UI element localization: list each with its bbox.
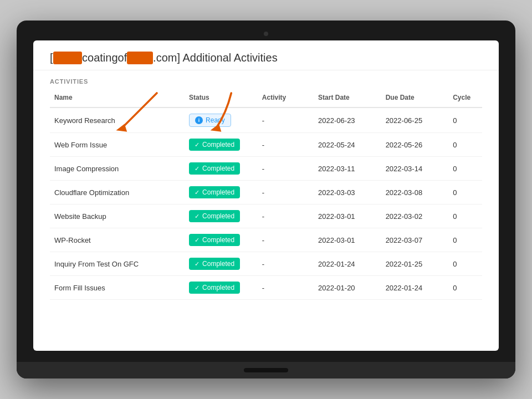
title-redacted-1: [53, 52, 82, 64]
page-title: [ coatingof .com] Additional Activities: [50, 52, 482, 64]
col-header-status: Status: [185, 88, 258, 108]
cell-status: iReady: [185, 108, 258, 133]
cell-duedate: 2022-06-25: [381, 108, 449, 133]
col-header-activity: Activity: [258, 88, 314, 108]
cell-name: Form Fill Issues: [50, 276, 185, 300]
table-row: WP-Rocket✓Completed-2022-03-012022-03-07…: [50, 228, 482, 252]
cell-duedate: 2022-05-26: [381, 133, 449, 157]
cell-cycle: 0: [448, 157, 482, 181]
cell-duedate: 2022-03-02: [381, 204, 449, 228]
col-header-name: Name: [50, 88, 185, 108]
badge-label: Completed: [202, 165, 234, 172]
cell-status: ✓Completed: [185, 157, 258, 181]
badge-label: Ready: [206, 116, 225, 124]
cell-startdate: 2022-03-11: [314, 157, 381, 181]
table-header: Name Status Activity Start Date Due Date…: [50, 88, 482, 108]
check-icon: ✓: [195, 260, 200, 268]
activities-section-label: ACTIVITIES: [33, 70, 499, 88]
cell-activity: -: [258, 133, 314, 157]
cell-status: ✓Completed: [185, 181, 258, 204]
cell-status: ✓Completed: [185, 204, 258, 228]
cell-cycle: 0: [448, 228, 482, 252]
cell-startdate: 2022-03-01: [314, 228, 381, 252]
cell-status: ✓Completed: [185, 276, 258, 300]
cell-duedate: 2022-03-07: [381, 228, 449, 252]
title-domain: coatingof: [82, 52, 127, 64]
badge-label: Completed: [202, 212, 234, 220]
cell-startdate: 2022-06-23: [314, 108, 381, 133]
cell-activity: -: [258, 181, 314, 204]
status-badge-completed: ✓Completed: [189, 186, 240, 198]
check-icon: ✓: [195, 165, 200, 172]
status-badge-completed: ✓Completed: [189, 210, 240, 222]
title-bracket-open: [: [50, 52, 53, 64]
cell-activity: -: [258, 108, 314, 133]
cell-name: WP-Rocket: [50, 228, 185, 252]
status-badge-completed: ✓Completed: [189, 234, 240, 246]
cell-activity: -: [258, 204, 314, 228]
cell-duedate: 2022-01-24: [381, 276, 449, 300]
cell-name: Keyword Research: [50, 108, 185, 133]
activities-table-container: Name Status Activity Start Date Due Date…: [33, 88, 499, 316]
table-row: Keyword ResearchiReady-2022-06-232022-06…: [50, 108, 482, 133]
check-icon: ✓: [195, 237, 200, 244]
title-suffix: .com] Additional Activities: [153, 52, 278, 64]
laptop-camera: [264, 32, 268, 36]
cell-name: Web Form Issue: [50, 133, 185, 157]
table-row: Inquiry From Test On GFC✓Completed-2022-…: [50, 252, 482, 276]
cell-startdate: 2022-01-20: [314, 276, 381, 300]
col-header-startdate: Start Date: [314, 88, 381, 108]
cell-activity: -: [258, 157, 314, 181]
status-badge-completed: ✓Completed: [189, 282, 240, 294]
table-row: Web Form Issue✓Completed-2022-05-242022-…: [50, 133, 482, 157]
cell-cycle: 0: [448, 204, 482, 228]
info-icon: i: [195, 116, 203, 124]
laptop-frame: [ coatingof .com] Additional Activities …: [17, 21, 515, 378]
cell-status: ✓Completed: [185, 228, 258, 252]
status-badge-ready: iReady: [189, 114, 231, 127]
activities-table: Name Status Activity Start Date Due Date…: [50, 88, 482, 300]
table-body: Keyword ResearchiReady-2022-06-232022-06…: [50, 108, 482, 300]
badge-label: Completed: [202, 284, 234, 291]
laptop-screen: [ coatingof .com] Additional Activities …: [33, 40, 499, 351]
badge-label: Completed: [202, 141, 234, 149]
badge-label: Completed: [202, 188, 234, 196]
status-badge-completed: ✓Completed: [189, 162, 240, 175]
check-icon: ✓: [195, 213, 200, 220]
cell-activity: -: [258, 228, 314, 252]
status-badge-completed: ✓Completed: [189, 258, 240, 270]
laptop-base: [17, 362, 515, 378]
cell-startdate: 2022-03-03: [314, 181, 381, 204]
cell-startdate: 2022-05-24: [314, 133, 381, 157]
cell-activity: -: [258, 252, 314, 276]
col-header-cycle: Cycle: [448, 88, 482, 108]
cell-duedate: 2022-01-25: [381, 252, 449, 276]
cell-status: ✓Completed: [185, 133, 258, 157]
cell-startdate: 2022-03-01: [314, 204, 381, 228]
table-row: Cloudflare Optimization✓Completed-2022-0…: [50, 181, 482, 204]
title-redacted-2: [127, 52, 153, 64]
badge-label: Completed: [202, 260, 234, 268]
cell-duedate: 2022-03-08: [381, 181, 449, 204]
status-badge-completed: ✓Completed: [189, 139, 240, 151]
col-header-duedate: Due Date: [381, 88, 449, 108]
cell-status: ✓Completed: [185, 252, 258, 276]
cell-duedate: 2022-03-14: [381, 157, 449, 181]
table-row: Website Backup✓Completed-2022-03-012022-…: [50, 204, 482, 228]
check-icon: ✓: [195, 284, 200, 291]
check-icon: ✓: [195, 141, 200, 149]
cell-cycle: 0: [448, 181, 482, 204]
cell-name: Cloudflare Optimization: [50, 181, 185, 204]
page-header: [ coatingof .com] Additional Activities: [33, 40, 499, 70]
table-header-row: Name Status Activity Start Date Due Date…: [50, 88, 482, 108]
table-row: Image Compression✓Completed-2022-03-1120…: [50, 157, 482, 181]
badge-label: Completed: [202, 236, 234, 244]
table-row: Form Fill Issues✓Completed-2022-01-20202…: [50, 276, 482, 300]
cell-cycle: 0: [448, 133, 482, 157]
cell-name: Image Compression: [50, 157, 185, 181]
cell-name: Website Backup: [50, 204, 185, 228]
cell-name: Inquiry From Test On GFC: [50, 252, 185, 276]
cell-cycle: 0: [448, 252, 482, 276]
laptop-base-notch: [244, 368, 288, 372]
cell-activity: -: [258, 276, 314, 300]
